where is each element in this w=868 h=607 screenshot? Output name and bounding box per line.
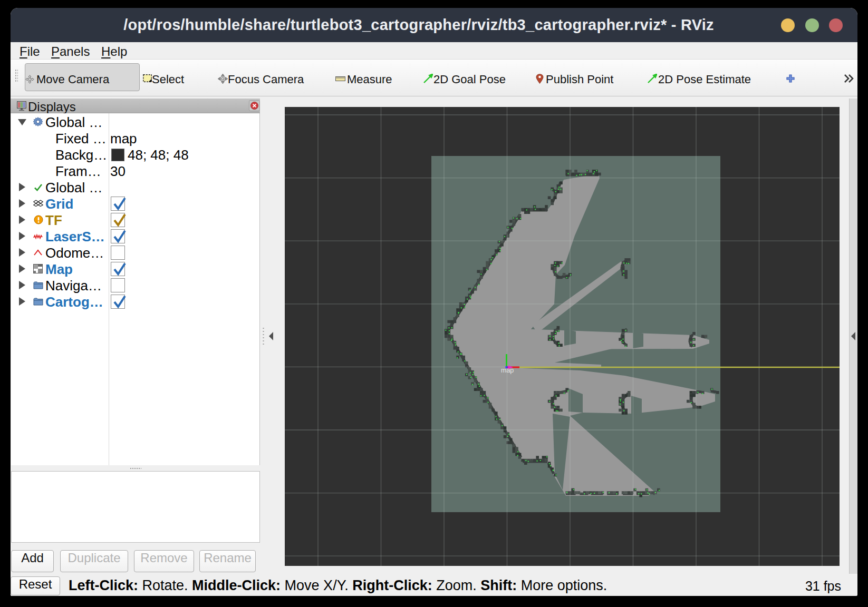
svg-text:map: map <box>501 367 514 374</box>
